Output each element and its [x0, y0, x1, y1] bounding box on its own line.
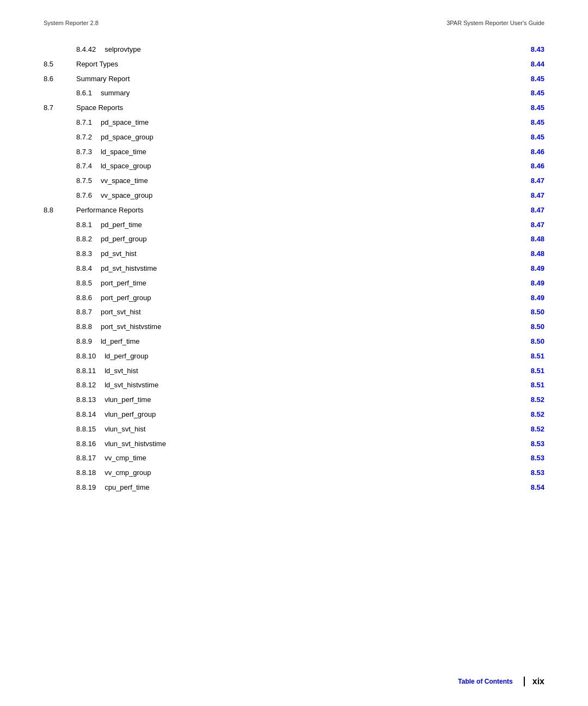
toc-row: 8.7.5vv_space_time8.47	[44, 174, 544, 188]
toc-row: 8.8.13vlun_perf_time8.52	[44, 393, 544, 407]
toc-row: 8.7.2pd_space_group8.45	[44, 130, 544, 145]
toc-row: 8.8.8port_svt_histvstime8.50	[44, 320, 544, 334]
toc-row: 8.7.4ld_space_group8.46	[44, 159, 544, 174]
toc-row: 8.5Report Types8.44	[44, 57, 544, 72]
toc-row: 8.8.17vv_cmp_time8.53	[44, 451, 544, 466]
toc-row: 8.8.7port_svt_hist8.50	[44, 305, 544, 320]
page-footer: Table of Contents xix	[0, 677, 588, 686]
toc-row: 8.8.12ld_svt_histvstime8.51	[44, 378, 544, 393]
toc-row: 8.6.1summary8.45	[44, 86, 544, 101]
toc-row: 8.8.1pd_perf_time8.47	[44, 218, 544, 233]
toc-row: 8.8.2pd_perf_group8.48	[44, 232, 544, 247]
toc-row: 8.8.14vlun_perf_group8.52	[44, 407, 544, 422]
page-header: System Reporter 2.8 3PAR System Reporter…	[0, 0, 588, 37]
toc-row: 8.6Summary Report8.45	[44, 72, 544, 87]
toc-row: 8.8.15vlun_svt_hist8.52	[44, 422, 544, 437]
toc-row: 8.8.18vv_cmp_group8.53	[44, 466, 544, 480]
toc-row: 8.8.3pd_svt_hist8.48	[44, 247, 544, 261]
toc-row: 8.8.6port_perf_group8.49	[44, 291, 544, 306]
toc-row: 8.4.42selprovtype8.43	[44, 42, 544, 57]
toc-row: 8.7.3ld_space_time8.46	[44, 145, 544, 160]
toc-row: 8.8.11ld_svt_hist8.51	[44, 364, 544, 379]
footer-toc-label: Table of Contents	[458, 678, 512, 685]
toc-row: 8.8.4pd_svt_histvstime8.49	[44, 261, 544, 276]
toc-row: 8.8.16vlun_svt_histvstime8.53	[44, 437, 544, 452]
toc-row: 8.8.19cpu_perf_time8.54	[44, 480, 544, 495]
toc-row: 8.7.6vv_space_group8.47	[44, 188, 544, 203]
toc-container: 8.4.42selprovtype8.438.5Report Types8.44…	[0, 37, 588, 528]
toc-row: 8.7Space Reports8.45	[44, 101, 544, 115]
footer-page-number: xix	[524, 677, 544, 686]
header-right: 3PAR System Reporter User's Guide	[446, 20, 544, 26]
toc-row: 8.8Performance Reports8.47	[44, 203, 544, 218]
toc-row: 8.8.5port_perf_time8.49	[44, 276, 544, 291]
toc-row: 8.7.1pd_space_time8.45	[44, 115, 544, 130]
toc-row: 8.8.10ld_perf_group8.51	[44, 349, 544, 364]
header-left: System Reporter 2.8	[44, 20, 99, 26]
toc-row: 8.8.9ld_perf_time8.50	[44, 334, 544, 349]
